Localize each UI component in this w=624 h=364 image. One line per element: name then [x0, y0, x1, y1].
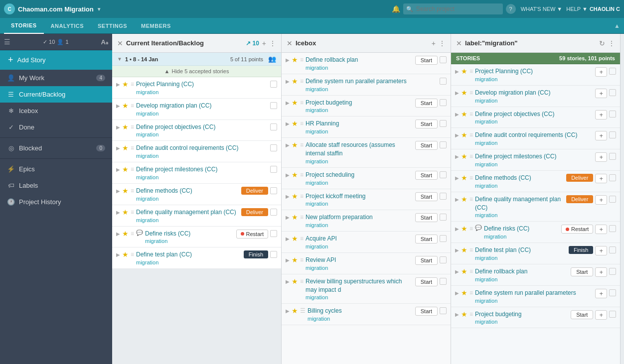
story-checkbox[interactable]: [440, 99, 447, 106]
story-checkbox[interactable]: [609, 174, 616, 181]
story-checkbox[interactable]: [609, 196, 616, 203]
table-row[interactable]: ▶ ★ ≡ Define quality management plan (CC…: [112, 205, 281, 227]
search-input[interactable]: [403, 3, 503, 14]
sidebar-item-my-work[interactable]: 👤 My Work 4: [0, 70, 112, 86]
start-button[interactable]: Start: [415, 256, 438, 265]
story-star-icon[interactable]: ★: [122, 102, 129, 110]
table-row[interactable]: ▶ ★ ≡ Define quality management plan (CC…: [451, 192, 620, 222]
story-star-icon[interactable]: ★: [122, 230, 129, 238]
story-checkbox[interactable]: [440, 235, 447, 242]
backlog-close-icon[interactable]: ✕: [117, 39, 123, 47]
story-star-icon[interactable]: ★: [461, 267, 468, 275]
table-row[interactable]: ▶ ★ ≡ Define project milestones (CC) mig…: [451, 149, 620, 171]
story-star-icon[interactable]: ★: [292, 307, 298, 315]
story-star-icon[interactable]: ★: [461, 89, 468, 97]
add-button[interactable]: +: [595, 195, 607, 205]
story-star-icon[interactable]: ★: [292, 192, 298, 200]
table-row[interactable]: ▶ ★ ≡ 💬 Define risks (CC) migration Rest…: [451, 222, 620, 243]
story-checkbox[interactable]: [609, 89, 616, 96]
story-checkbox[interactable]: [440, 56, 447, 63]
story-checkbox[interactable]: [440, 307, 447, 314]
start-button[interactable]: Start: [415, 171, 438, 180]
story-star-icon[interactable]: ★: [122, 165, 129, 173]
story-star-icon[interactable]: ★: [292, 277, 298, 285]
story-checkbox[interactable]: [609, 289, 616, 296]
story-star-icon[interactable]: ★: [292, 171, 298, 179]
tab-members[interactable]: MEMBERS: [134, 18, 178, 34]
table-row[interactable]: ▶ ★ ≡ Define methods (CC) migration Deli…: [112, 184, 281, 205]
add-button[interactable]: +: [595, 152, 607, 162]
sidebar-item-labels[interactable]: 🏷 Labels: [0, 177, 112, 194]
whats-new-button[interactable]: WHAT'S NEW ▼: [521, 6, 563, 12]
table-row[interactable]: ▶ ★ ≡ Define rollback plan migration Sta…: [451, 264, 620, 286]
sidebar-item-current-backlog[interactable]: ☰ Current/Backlog: [0, 86, 112, 103]
story-checkbox[interactable]: [440, 141, 447, 148]
finish-button[interactable]: Finish: [569, 246, 593, 254]
label-refresh-icon[interactable]: ↻: [599, 39, 605, 47]
deliver-button[interactable]: Deliver: [241, 187, 268, 195]
finish-button[interactable]: Finish: [244, 250, 268, 258]
add-button[interactable]: +: [595, 89, 607, 98]
icebox-close-icon[interactable]: ✕: [287, 39, 293, 47]
start-button[interactable]: Start: [415, 213, 438, 222]
start-button[interactable]: Start: [415, 141, 438, 150]
start-button[interactable]: Start: [415, 56, 438, 65]
table-row[interactable]: ▶ ★ ≡ Define project objectives (CC) mig…: [451, 107, 620, 128]
title-dropdown-icon[interactable]: ▼: [97, 6, 102, 12]
sidebar-item-blocked[interactable]: ◎ Blocked 0: [0, 140, 112, 156]
story-checkbox[interactable]: [440, 278, 447, 285]
sidebar-item-done[interactable]: ✓ Done: [0, 119, 112, 135]
deliver-button[interactable]: Deliver: [566, 195, 593, 203]
notification-icon[interactable]: 🔔: [392, 5, 400, 13]
story-checkbox[interactable]: [440, 214, 447, 221]
story-star-icon[interactable]: ★: [461, 195, 468, 203]
add-button[interactable]: +: [595, 246, 607, 255]
story-star-icon[interactable]: ★: [461, 225, 468, 233]
add-button[interactable]: +: [595, 267, 607, 277]
tab-analytics[interactable]: ANALYTICS: [44, 18, 91, 34]
table-row[interactable]: ▶ ★ ≡ Review billing superstructures whi…: [282, 274, 451, 304]
add-button[interactable]: +: [595, 131, 607, 140]
story-star-icon[interactable]: ★: [461, 246, 468, 254]
start-button[interactable]: Start: [571, 310, 593, 319]
table-row[interactable]: ▶ ★ ≡ Project Planning (CC) migration: [112, 77, 281, 99]
story-checkbox[interactable]: [270, 166, 277, 173]
story-checkbox[interactable]: [270, 251, 277, 258]
sidebar-menu-icon[interactable]: ☰: [4, 38, 10, 46]
backlog-menu-icon[interactable]: ⋮: [269, 39, 276, 47]
backlog-add-icon[interactable]: +: [262, 39, 266, 47]
story-checkbox[interactable]: [270, 144, 277, 151]
start-button[interactable]: Start: [415, 99, 438, 108]
deliver-button[interactable]: Deliver: [241, 208, 268, 216]
table-row[interactable]: ▶ ★ ≡ Project Planning (CC) migration +: [451, 64, 620, 86]
story-checkbox[interactable]: [609, 68, 616, 75]
table-row[interactable]: ▶ ★ ≡ Review API migration Start: [282, 253, 451, 274]
label-menu-icon[interactable]: ⋮: [608, 39, 615, 47]
story-checkbox[interactable]: [609, 311, 616, 318]
add-button[interactable]: +: [595, 110, 607, 120]
story-star-icon[interactable]: ★: [292, 77, 298, 85]
story-checkbox[interactable]: [270, 209, 277, 216]
table-row[interactable]: ▶ ★ ≡ Define audit control requirements …: [451, 128, 620, 149]
start-button[interactable]: Start: [415, 235, 438, 243]
story-star-icon[interactable]: ★: [292, 56, 298, 64]
story-checkbox[interactable]: [609, 153, 616, 160]
story-star-icon[interactable]: ★: [461, 289, 468, 297]
table-row[interactable]: ▶ ★ ≡ Define methods (CC) migration Deli…: [451, 171, 620, 192]
add-button[interactable]: +: [595, 289, 607, 298]
restart-button[interactable]: Restart: [561, 225, 593, 234]
story-star-icon[interactable]: ★: [122, 208, 129, 216]
story-checkbox[interactable]: [270, 123, 277, 130]
story-checkbox[interactable]: [609, 268, 616, 275]
table-row[interactable]: ▶ ★ ≡ Define system run parallel paramet…: [282, 74, 451, 96]
story-checkbox[interactable]: [609, 225, 616, 232]
start-button[interactable]: Start: [415, 307, 438, 316]
story-star-icon[interactable]: ★: [292, 213, 298, 221]
help-button[interactable]: HELP ▼: [566, 6, 588, 12]
tab-stories[interactable]: STORIES: [4, 18, 44, 34]
add-button[interactable]: +: [595, 225, 607, 234]
tab-settings[interactable]: SETTINGS: [91, 18, 134, 34]
story-star-icon[interactable]: ★: [122, 144, 129, 152]
story-star-icon[interactable]: ★: [292, 141, 298, 149]
icebox-add-icon[interactable]: +: [432, 39, 436, 47]
